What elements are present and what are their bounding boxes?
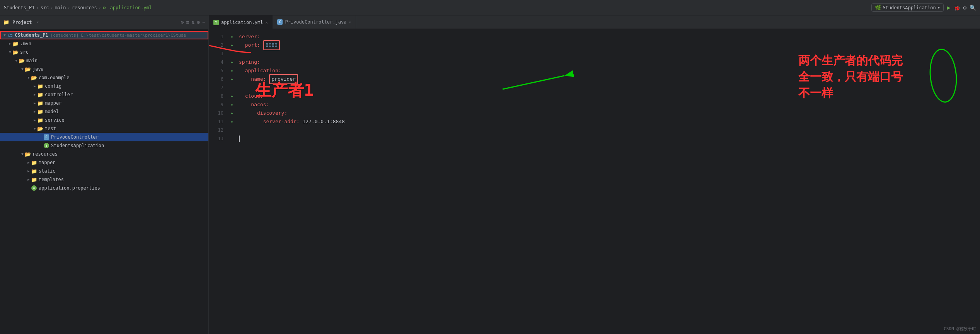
tree-item-main[interactable]: ▼ 📂 main	[0, 56, 208, 65]
code-line-11: server-addr: 127.0.0.1:8848	[239, 117, 980, 126]
config-arrow: ▶	[32, 84, 37, 88]
tree-item-mapper2[interactable]: ▶ 📁 mapper	[0, 158, 208, 167]
service-arrow: ▶	[32, 118, 37, 122]
settings-icon[interactable]: ⚙	[197, 19, 200, 25]
tab-java[interactable]: C PrivodeController.java ✕	[273, 15, 356, 29]
line-num-1: 1	[209, 32, 228, 41]
editor-area: Y application.yml ✕ C PrivodeController.…	[209, 15, 980, 334]
breadcrumb-src[interactable]: src	[41, 5, 49, 10]
gutter-8: ◆	[228, 92, 236, 100]
config-folder-icon: 📁	[37, 83, 43, 89]
tree-root-label: CStudents_P1	[15, 32, 48, 38]
breadcrumb-resources[interactable]: resources	[72, 5, 97, 10]
controller-arrow: ▶	[32, 92, 37, 97]
mvn-arrow: ▶	[8, 41, 12, 46]
tab-java-close[interactable]: ✕	[349, 20, 351, 24]
mvn-label: .mvn	[20, 41, 31, 46]
java-folder-icon: 📂	[25, 66, 31, 72]
mapper2-label: mapper	[39, 160, 55, 165]
tab-yaml-close[interactable]: ✕	[265, 20, 268, 25]
resources-folder-icon: 📂	[25, 151, 31, 157]
static-label: static	[39, 168, 55, 174]
tree-item-service[interactable]: ▶ 📁 service	[0, 116, 208, 124]
app-props-label: application.properties	[39, 185, 100, 191]
line-num-3: 3	[209, 49, 228, 58]
tree-item-src[interactable]: ▼ 📂 src	[0, 48, 208, 56]
tree-item-privode-controller[interactable]: ▶ C PrivodeController	[0, 133, 208, 141]
class-icon: C	[43, 134, 49, 140]
tree-item-controller[interactable]: ▶ 📁 controller	[0, 90, 208, 99]
minus-icon[interactable]: −	[202, 19, 205, 25]
gutter-3	[228, 49, 236, 58]
config-label: config	[45, 83, 61, 89]
run-button[interactable]: ▶	[947, 4, 951, 11]
search-button[interactable]: 🔍	[970, 5, 976, 11]
mapper-arrow: ▶	[32, 101, 37, 105]
tree-item-students-app[interactable]: ▶ S StudentsApplication	[0, 141, 208, 150]
sync-icon[interactable]: ⊕	[181, 19, 184, 25]
folder-icon: 📁	[3, 19, 9, 25]
tree-item-com-example[interactable]: ▼ 📂 com.example	[0, 73, 208, 82]
main-arrow: ▼	[14, 58, 19, 63]
line-num-10: 10	[209, 109, 228, 117]
src-arrow: ▼	[8, 50, 12, 54]
build-button[interactable]: ⚙	[963, 5, 966, 11]
debug-button[interactable]: 🐞	[954, 5, 960, 11]
tree-item-model[interactable]: ▶ 📁 model	[0, 107, 208, 116]
line-num-11: 11	[209, 117, 228, 126]
tree-root[interactable]: ▼ 🗂 CStudents_P1 [cstudents] E:\test\cst…	[0, 31, 208, 39]
tree-item-config[interactable]: ▶ 📁 config	[0, 82, 208, 90]
gutter-13	[228, 134, 236, 143]
tree-item-java[interactable]: ▼ 📂 java	[0, 65, 208, 73]
mapper-label: mapper	[45, 100, 61, 106]
breadcrumb-main[interactable]: main	[55, 5, 66, 10]
resources-arrow: ▼	[20, 152, 25, 156]
code-area[interactable]: server: port: 8080 spring: application: …	[236, 29, 980, 334]
java-tab-icon: C	[277, 19, 283, 25]
src-folder-icon: 📂	[12, 49, 19, 55]
tree-item-resources[interactable]: ▼ 📂 resources	[0, 150, 208, 158]
gutter: ◆ ◆ ◆ ◆ ◆ ◆ ◆ ◆ ◆	[228, 29, 236, 334]
test-label: test	[45, 126, 56, 131]
test-arrow: ▼	[32, 126, 37, 131]
com-example-label: com.example	[39, 75, 69, 80]
tree-item-mvn[interactable]: ▶ 📁 .mvn	[0, 39, 208, 48]
code-line-5: application:	[239, 66, 980, 75]
tree-item-app-props[interactable]: ▶ ⚙ application.properties	[0, 184, 208, 192]
collapse-icon[interactable]: ≡	[186, 19, 189, 25]
editor-content[interactable]: 1 2 3 4 5 6 7 8 9 10 11 12 13 ◆ ◆ ◆ ◆	[209, 29, 980, 334]
line-num-9: 9	[209, 100, 228, 109]
controller-label: controller	[45, 92, 73, 97]
code-line-6: name: provider	[239, 75, 980, 83]
line-numbers: 1 2 3 4 5 6 7 8 9 10 11 12 13	[209, 29, 228, 334]
tab-java-label: PrivodeController.java	[285, 19, 346, 25]
gutter-1: ◆	[228, 32, 236, 41]
code-line-8: cloud:	[239, 92, 980, 100]
breadcrumb-file: ⚙ application.yml	[103, 5, 152, 10]
tree-root-arrow: ▼	[2, 33, 7, 37]
static-folder-icon: 📁	[31, 168, 37, 174]
gutter-7	[228, 83, 236, 92]
code-line-9: nacos:	[239, 100, 980, 109]
tree-item-templates[interactable]: ▶ 📁 templates	[0, 175, 208, 184]
gutter-4: ◆	[228, 58, 236, 66]
tab-bar: Y application.yml ✕ C PrivodeController.…	[209, 15, 980, 29]
sidebar: 📁 Project ▾ ⊕ ≡ ⇅ ⚙ − ▼ 🗂 CStudents_P1 […	[0, 15, 209, 334]
com-example-arrow: ▼	[26, 75, 31, 80]
model-label: model	[45, 109, 59, 114]
expand-icon[interactable]: ⇅	[192, 19, 195, 25]
students-app-label: StudentsApplication	[51, 143, 104, 148]
breadcrumb-project[interactable]: Students_P1	[4, 5, 34, 10]
run-config-selector[interactable]: 🌿 StudentsApplication ▾	[871, 3, 944, 12]
tree-item-mapper[interactable]: ▶ 📁 mapper	[0, 99, 208, 107]
line-num-13: 13	[209, 134, 228, 143]
controller-folder-icon: 📁	[37, 92, 43, 98]
gutter-9: ◆	[228, 100, 236, 109]
mapper-folder-icon: 📁	[37, 100, 43, 106]
line-num-5: 5	[209, 66, 228, 75]
tab-yaml[interactable]: Y application.yml ✕	[209, 15, 273, 29]
tree-item-test[interactable]: ▼ 📂 test	[0, 124, 208, 133]
gutter-12	[228, 126, 236, 134]
tree-item-static[interactable]: ▶ 📁 static	[0, 167, 208, 175]
cursor	[239, 136, 240, 142]
